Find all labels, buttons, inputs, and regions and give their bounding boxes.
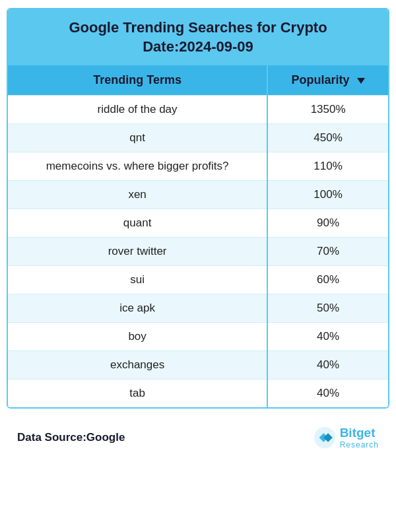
col-header-terms: Trending Terms [8, 65, 267, 96]
bitget-brand-sub: Research [340, 440, 379, 449]
popularity-cell: 40% [267, 380, 388, 408]
term-cell: boy [8, 323, 267, 351]
table-body: riddle of the day1350%qnt450%memecoins v… [8, 96, 388, 408]
bitget-brand-text: Bitget Research [340, 426, 379, 449]
table-row: memecoins vs. where bigger profits?110% [8, 152, 388, 181]
bitget-icon [314, 426, 336, 449]
term-cell: tab [8, 380, 267, 408]
popularity-cell: 1350% [267, 96, 388, 124]
popularity-cell: 60% [267, 266, 388, 294]
footer: Data Source:Google Bitget Research [7, 416, 389, 456]
table-row: quant90% [8, 209, 388, 238]
main-card: Google Trending Searches for Crypto Date… [7, 8, 389, 409]
popularity-cell: 40% [267, 351, 388, 380]
bitget-brand-name: Bitget [340, 426, 376, 440]
table-row: ice apk50% [8, 294, 388, 323]
col-header-popularity: Popularity [267, 65, 388, 96]
table-row: riddle of the day1350% [8, 96, 388, 124]
table-row: sui60% [8, 266, 388, 294]
term-cell: riddle of the day [8, 96, 267, 124]
trending-table: Trending Terms Popularity riddle of the … [8, 65, 388, 407]
term-cell: ice apk [8, 294, 267, 323]
table-row: rover twitter70% [8, 238, 388, 266]
popularity-cell: 100% [267, 181, 388, 209]
data-source-label: Data Source:Google [17, 431, 125, 444]
header-line1: Google Trending Searches for Crypto [15, 18, 381, 38]
term-cell: sui [8, 266, 267, 294]
table-row: qnt450% [8, 124, 388, 152]
term-cell: exchanges [8, 351, 267, 380]
header-line2: Date:2024-09-09 [15, 38, 381, 57]
popularity-cell: 40% [267, 323, 388, 351]
table-row: xen100% [8, 181, 388, 209]
term-cell: xen [8, 181, 267, 209]
popularity-cell: 70% [267, 238, 388, 266]
card-header: Google Trending Searches for Crypto Date… [8, 9, 388, 65]
table-row: tab40% [8, 380, 388, 408]
popularity-cell: 450% [267, 124, 388, 152]
popularity-cell: 110% [267, 152, 388, 181]
sort-arrow-icon [357, 78, 365, 84]
popularity-cell: 90% [267, 209, 388, 238]
term-cell: quant [8, 209, 267, 238]
popularity-cell: 50% [267, 294, 388, 323]
term-cell: memecoins vs. where bigger profits? [8, 152, 267, 181]
term-cell: qnt [8, 124, 267, 152]
term-cell: rover twitter [8, 238, 267, 266]
bitget-logo: Bitget Research [314, 426, 379, 449]
table-row: exchanges40% [8, 351, 388, 380]
table-row: boy40% [8, 323, 388, 351]
